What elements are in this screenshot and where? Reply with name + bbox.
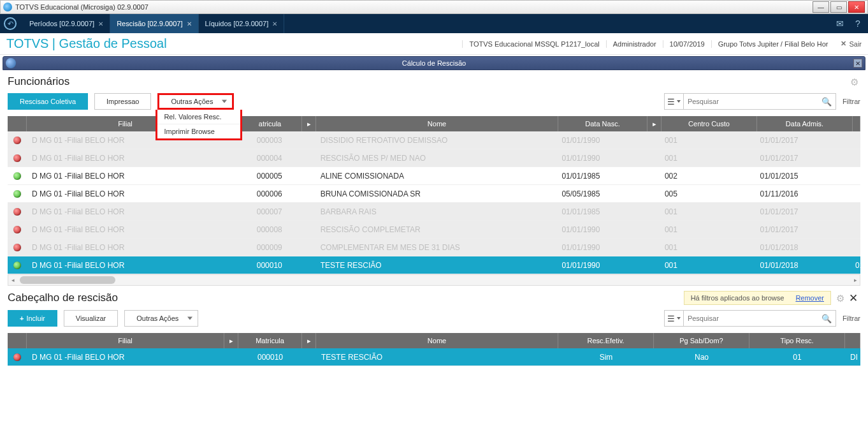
status-dot-icon: [13, 208, 21, 216]
search-icon[interactable]: 🔍: [818, 97, 835, 107]
col-data-nasc[interactable]: Data Nasc.: [558, 116, 647, 131]
module-icon: [6, 58, 16, 68]
cell-tipo-resc: 01: [749, 353, 845, 362]
cell-data-admis: 01/01/2017: [755, 154, 850, 163]
tab-liquidos[interactable]: Líquidos [02.9.0007]✕: [199, 14, 285, 33]
col-filler: [853, 116, 860, 131]
col-expand[interactable]: ▸: [302, 333, 316, 348]
cell-filial: D MG 01 -Filial BELO HOR: [27, 154, 224, 163]
col-tipo-resc[interactable]: Tipo Resc.: [749, 333, 845, 348]
context-bar: TOTVS | Gestão de Pessoal TOTVS Educacio…: [0, 33, 868, 55]
search-input-2[interactable]: [684, 314, 818, 322]
cell-data-nasc: 01/01/1990: [556, 225, 646, 234]
close-icon[interactable]: ✕: [272, 20, 277, 27]
col-centro-custo[interactable]: Centro Custo: [662, 116, 757, 131]
tab-rescisao[interactable]: Rescisão [02.9.0007]✕: [110, 14, 198, 33]
columns-icon[interactable]: ☰: [665, 311, 684, 326]
menu-imprimir-browse[interactable]: Imprimir Browse: [157, 124, 240, 138]
close-icon[interactable]: ✕: [187, 20, 192, 27]
scroll-left-icon[interactable]: ◂: [8, 277, 17, 283]
col-matricula[interactable]: Matricula: [238, 333, 302, 348]
section-title: Cabeçalho de rescisão: [8, 292, 684, 304]
cell-matricula: 000010: [238, 261, 301, 270]
cell-centro-custo: 001: [660, 261, 755, 270]
exit-label: Sair: [849, 40, 862, 48]
scroll-thumb[interactable]: [20, 276, 115, 284]
status-cell: [8, 190, 27, 198]
cell-nome: ALINE COMISSIONADA: [315, 172, 557, 181]
table-row[interactable]: D MG 01 -Filial BELO HOR000007BARBARA RA…: [8, 203, 860, 221]
horizontal-scrollbar[interactable]: ◂ ▸: [8, 274, 860, 286]
exit-button[interactable]: ✕Sair: [841, 40, 862, 48]
table-row[interactable]: D MG 01 -Filial BELO HOR000005ALINE COMI…: [8, 167, 860, 185]
outras-acoes-button-2[interactable]: Outras Ações: [124, 310, 198, 327]
filter-banner: Há filtros aplicados ao browse Remover: [684, 291, 831, 305]
maximize-button[interactable]: ▭: [830, 1, 847, 13]
table-row[interactable]: D MG 01 -Filial BELO HOR000004RESCISÃO M…: [8, 149, 860, 167]
close-button[interactable]: ✕: [848, 1, 865, 13]
filter-link-2[interactable]: Filtrar: [843, 314, 860, 322]
filter-link[interactable]: Filtrar: [843, 98, 860, 105]
table-row[interactable]: D MG 01 -Filial BELO HOR000010TESTE RESC…: [8, 348, 860, 366]
col-filial[interactable]: Filial: [27, 333, 224, 348]
modal-title: Cálculo de Rescisão: [402, 59, 466, 67]
columns-icon[interactable]: ☰: [665, 94, 684, 109]
table-row[interactable]: D MG 01 -Filial BELO HOR000003DISSIDIO R…: [8, 131, 860, 149]
incluir-button[interactable]: +Incluir: [8, 310, 57, 327]
cell-data-admis: 01/11/2016: [755, 189, 850, 198]
cell-matricula: 000005: [238, 172, 301, 181]
cell-filial: D MG 01 -Filial BELO HOR: [27, 243, 224, 252]
gear-icon[interactable]: ⚙: [836, 293, 846, 303]
table-row[interactable]: D MG 01 -Filial BELO HOR000009COMPLEMENT…: [8, 239, 860, 256]
grid-header-2: Filial ▸ Matricula ▸ Nome Resc.Efetiv. P…: [8, 333, 860, 348]
back-icon[interactable]: ↶: [4, 17, 17, 30]
grid-cabecalho: Filial ▸ Matricula ▸ Nome Resc.Efetiv. P…: [8, 333, 860, 366]
cell-nome: BARBARA RAIS: [315, 207, 557, 216]
col-matricula[interactable]: atricula: [238, 116, 302, 131]
cell-data-nasc: 01/01/1990: [556, 261, 646, 270]
table-row[interactable]: D MG 01 -Filial BELO HOR000010TESTE RESC…: [8, 256, 860, 274]
col-expand[interactable]: ▸: [647, 116, 662, 131]
table-row[interactable]: D MG 01 -Filial BELO HOR000008RESCISÃO C…: [8, 221, 860, 239]
search-icon[interactable]: 🔍: [818, 314, 835, 323]
cell-centro-custo: 005: [660, 189, 755, 198]
cell-filial: D MG 01 -Filial BELO HOR: [27, 261, 224, 270]
cell-data-nasc: 05/05/1985: [556, 189, 646, 198]
workspace-tab-bar: ↶ Períodos [02.9.0007]✕ Rescisão [02.9.0…: [0, 14, 868, 33]
rescisao-coletiva-button[interactable]: Rescisao Coletiva: [8, 93, 88, 110]
cell-matricula: 000010: [238, 353, 302, 362]
col-resc-efetiv[interactable]: Resc.Efetiv.: [558, 333, 654, 348]
col-expand[interactable]: ▸: [302, 116, 316, 131]
col-status[interactable]: [8, 333, 27, 348]
context-environment: TOTVS Educacional MSSQL P1217_local: [462, 40, 605, 48]
section-close-button[interactable]: ✕: [846, 292, 860, 305]
col-nome[interactable]: Nome: [316, 116, 558, 131]
status-cell: [8, 262, 27, 269]
modal-header: Cálculo de Rescisão ✕: [3, 56, 865, 70]
menu-rel-valores-resc[interactable]: Rel. Valores Resc.: [157, 110, 240, 124]
cell-data-nasc: 01/01/1990: [556, 243, 646, 252]
tab-label: Rescisão [02.9.0007]: [117, 20, 182, 27]
outras-acoes-button[interactable]: Outras Ações: [157, 93, 234, 110]
col-data-admis[interactable]: Data Admis.: [757, 116, 853, 131]
filter-remove-link[interactable]: Remover: [795, 294, 824, 302]
mail-icon[interactable]: ✉: [834, 17, 846, 30]
scroll-right-icon[interactable]: ▸: [851, 277, 860, 283]
cell-pg-sab-dom: Nao: [654, 353, 749, 362]
visualizar-button[interactable]: Visualizar: [64, 310, 119, 327]
status-dot-icon: [13, 244, 21, 251]
col-expand[interactable]: ▸: [224, 333, 238, 348]
table-row[interactable]: D MG 01 -Filial BELO HOR000006BRUNA COMI…: [8, 185, 860, 203]
gear-icon[interactable]: ⚙: [850, 77, 860, 87]
col-status[interactable]: [8, 116, 27, 131]
minimize-button[interactable]: —: [813, 1, 829, 13]
col-nome[interactable]: Nome: [316, 333, 558, 348]
help-icon[interactable]: ?: [851, 17, 864, 30]
search-input[interactable]: [684, 98, 818, 105]
impressao-button[interactable]: Impressao: [94, 93, 151, 110]
tab-periodos[interactable]: Períodos [02.9.0007]✕: [23, 14, 110, 33]
col-pg-sab-dom[interactable]: Pg Sab/Dom?: [654, 333, 749, 348]
modal-close-button[interactable]: ✕: [853, 59, 862, 68]
close-icon[interactable]: ✕: [98, 20, 103, 27]
status-dot-icon: [13, 172, 21, 180]
